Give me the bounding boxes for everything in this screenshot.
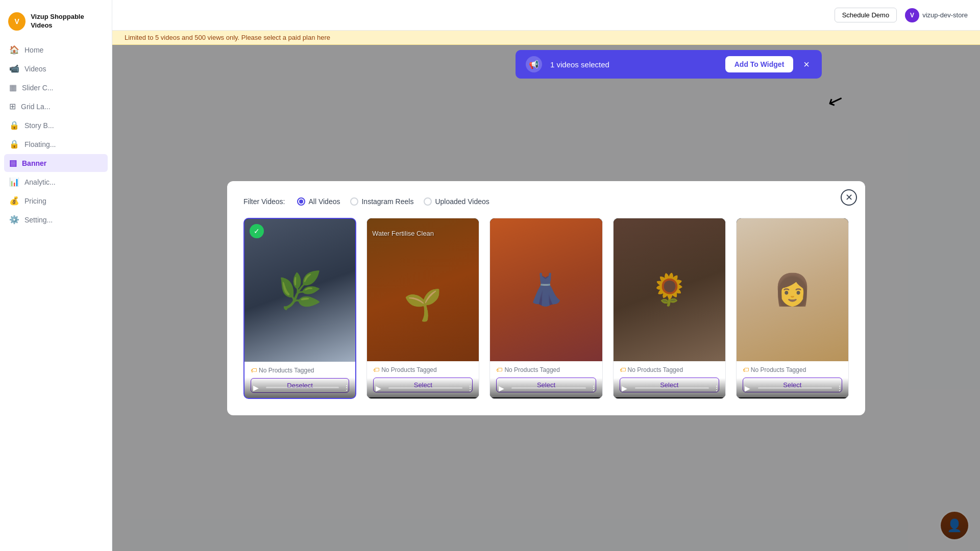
story-lock-icon: 🔒: [9, 120, 19, 130]
play-button-3[interactable]: ▶: [495, 382, 507, 394]
video-card-1: ✓ 🌿 ▶ ⋮ 🏷: [243, 218, 356, 399]
progress-bar-3: [511, 387, 585, 389]
plant-illustration: 🌿: [244, 219, 355, 362]
limit-text: Limited to 5 videos and 500 views only. …: [125, 34, 330, 41]
video-controls-2: ▶ ⋮: [367, 378, 479, 398]
video-grid: ✓ 🌿 ▶ ⋮ 🏷: [243, 218, 849, 399]
no-products-1: 🏷 No Products Tagged: [251, 367, 349, 374]
tag-icon-2: 🏷: [373, 366, 379, 373]
no-products-text-4: No Products Tagged: [628, 366, 683, 373]
filter-bar: Filter Videos: All Videos Instagram Reel…: [243, 197, 849, 206]
sidebar-logo: V Vizup Shoppable Videos: [0, 8, 112, 41]
more-button-5[interactable]: ⋮: [836, 384, 843, 392]
plant-illustration-2: 🌱: [367, 234, 479, 361]
no-products-text-3: No Products Tagged: [504, 366, 560, 373]
filter-instagram-reels[interactable]: Instagram Reels: [350, 197, 413, 206]
sidebar-item-videos[interactable]: 📹 Videos: [4, 60, 108, 78]
person-illustration-5: 👩: [737, 218, 848, 361]
sidebar-item-home[interactable]: 🏠 Home: [4, 41, 108, 59]
person-illustration-3: 👗: [490, 218, 602, 361]
video-thumbnail-2: Water Fertilise Clean 🌱: [367, 218, 479, 361]
sidebar-item-label: Story B...: [24, 121, 54, 130]
sidebar-item-grid[interactable]: ⊞ Grid La...: [4, 97, 108, 115]
video-controls-3: ▶ ⋮: [490, 378, 602, 398]
video-controls-1: ▶ ⋮: [244, 378, 355, 398]
no-products-text-2: No Products Tagged: [381, 366, 437, 373]
floating-lock-icon: 🔒: [9, 139, 19, 149]
sidebar-item-label: Analytic...: [24, 178, 56, 186]
video-card-5: 👩 ▶ ⋮ 🏷 No Products Tagged: [736, 218, 849, 399]
banner-icon: ▤: [9, 158, 17, 168]
filter-all-videos[interactable]: All Videos: [297, 197, 340, 206]
add-to-widget-button[interactable]: Add To Widget: [725, 56, 794, 72]
notification-icon: 📢: [526, 56, 542, 72]
radio-reels: [350, 197, 358, 206]
progress-bar-2: [388, 387, 462, 389]
no-products-2: 🏷 No Products Tagged: [373, 366, 473, 373]
more-button-2[interactable]: ⋮: [467, 384, 474, 392]
main-content: Schedule Demo V vizup-dev-store Limited …: [112, 0, 980, 551]
store-name: vizup-dev-store: [922, 11, 968, 19]
sidebar-item-floating[interactable]: 🔒 Floating...: [4, 135, 108, 153]
more-button-4[interactable]: ⋮: [713, 384, 720, 392]
modal-dialog: ✕ Filter Videos: All Videos Instagram Re…: [227, 181, 865, 415]
play-button-1[interactable]: ▶: [250, 382, 262, 394]
tag-icon-3: 🏷: [496, 366, 502, 373]
play-button-4[interactable]: ▶: [619, 382, 631, 394]
filter-uploaded-videos[interactable]: Uploaded Videos: [424, 197, 489, 206]
more-button-3[interactable]: ⋮: [590, 384, 597, 392]
sidebar-item-slider[interactable]: ▦ Slider C...: [4, 79, 108, 96]
sidebar-item-analytics[interactable]: 📊 Analytic...: [4, 173, 108, 191]
play-button-2[interactable]: ▶: [372, 382, 384, 394]
sidebar-item-label: Banner: [22, 159, 46, 167]
sidebar-item-story[interactable]: 🔒 Story B...: [4, 116, 108, 134]
radio-group: All Videos Instagram Reels Uploaded Vide…: [297, 197, 489, 206]
tag-icon-5: 🏷: [743, 366, 749, 373]
sidebar-item-label: Pricing: [24, 197, 46, 205]
grid-icon: ⊞: [9, 102, 16, 111]
video-thumbnail-4: 🌻: [614, 218, 725, 361]
notification-bar: 📢 1 videos selected Add To Widget ×: [516, 50, 822, 79]
store-avatar: V: [905, 8, 919, 22]
video-card-3: 👗 ▶ ⋮ 🏷 No Products Tagged: [489, 218, 602, 399]
video-thumbnail-1: 🌿: [244, 219, 355, 362]
limit-banner: Limited to 5 videos and 500 views only. …: [112, 31, 980, 45]
modal-overlay[interactable]: ✕ Filter Videos: All Videos Instagram Re…: [112, 45, 980, 551]
sidebar-item-pricing[interactable]: 💰 Pricing: [4, 192, 108, 210]
home-icon: 🏠: [9, 45, 19, 55]
no-products-5: 🏷 No Products Tagged: [743, 366, 842, 373]
pricing-icon: 💰: [9, 196, 19, 206]
sidebar-item-label: Setting...: [24, 216, 53, 224]
radio-all-checked: [297, 197, 305, 206]
video-thumbnail-3: 👗: [490, 218, 602, 361]
filter-all-label: All Videos: [308, 197, 340, 206]
sidebar-item-label: Videos: [24, 65, 46, 73]
sidebar-item-settings[interactable]: ⚙️ Setting...: [4, 211, 108, 229]
sidebar-item-banner[interactable]: ▤ Banner: [4, 154, 108, 172]
schedule-demo-button[interactable]: Schedule Demo: [835, 8, 897, 22]
play-button-5[interactable]: ▶: [742, 382, 754, 394]
filter-uploaded-label: Uploaded Videos: [435, 197, 489, 206]
sidebar-item-label: Home: [24, 46, 43, 54]
analytics-icon: 📊: [9, 177, 19, 187]
tag-icon-1: 🏷: [251, 367, 257, 374]
video-card-4: 🌻 ▶ ⋮ 🏷 No Products Tagged: [613, 218, 726, 399]
modal-close-button[interactable]: ✕: [841, 189, 857, 206]
progress-bar-4: [635, 387, 709, 389]
tag-icon-4: 🏷: [620, 366, 626, 373]
video-controls-5: ▶ ⋮: [737, 378, 848, 398]
selected-checkmark: ✓: [250, 224, 264, 238]
app-title: Vizup Shoppable Videos: [31, 13, 104, 30]
notification-text: 1 videos selected: [550, 60, 717, 69]
sidebar: V Vizup Shoppable Videos 🏠 Home 📹 Videos…: [0, 0, 112, 551]
progress-bar-1: [266, 387, 339, 388]
notification-close-button[interactable]: ×: [801, 59, 812, 69]
sidebar-item-label: Slider C...: [22, 84, 53, 92]
video-thumbnail-5: 👩: [737, 218, 848, 361]
content-area: 📢 1 videos selected Add To Widget × ↙ ✕ …: [112, 45, 980, 551]
radio-uploaded: [424, 197, 432, 206]
video-card-2: Water Fertilise Clean 🌱 ▶ ⋮ 🏷: [366, 218, 479, 399]
app-background: V Vizup Shoppable Videos 🏠 Home 📹 Videos…: [0, 0, 980, 551]
more-button-1[interactable]: ⋮: [343, 384, 350, 392]
no-products-3: 🏷 No Products Tagged: [496, 366, 596, 373]
